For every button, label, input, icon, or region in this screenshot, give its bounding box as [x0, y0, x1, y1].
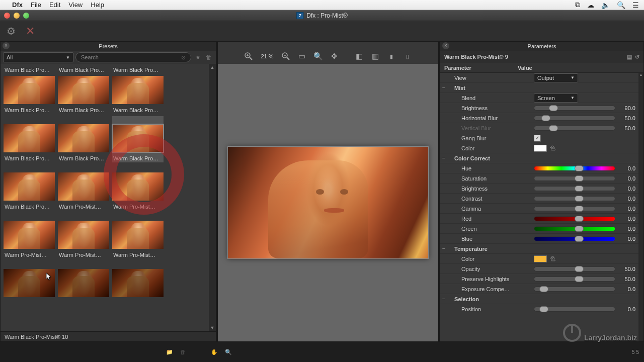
split-view-button[interactable]: ◧ — [353, 50, 365, 62]
preset-thumb[interactable]: Warm Pro-Mist… Warm Pro-Mist… — [58, 213, 109, 259]
expand-toggle[interactable]: − — [440, 155, 447, 161]
param-checkbox[interactable]: ✓ — [534, 135, 541, 142]
close-window-button[interactable] — [4, 13, 10, 19]
minimize-window-button[interactable] — [14, 13, 20, 19]
close-pane-button[interactable]: × — [3, 42, 10, 49]
color-swatch[interactable] — [534, 145, 547, 152]
eyedropper-icon[interactable]: ⾊ — [550, 255, 555, 262]
volume-icon[interactable]: 🔈 — [601, 1, 610, 9]
preset-thumb[interactable]: Warm Pro-Mist… Warm Pro-Mist… — [112, 213, 164, 259]
menu-view[interactable]: View — [68, 1, 83, 9]
preset-thumb[interactable] — [4, 261, 55, 307]
param-slider[interactable] — [534, 126, 615, 131]
search-icon[interactable]: 🔍 — [225, 349, 232, 355]
param-scrollbar[interactable]: ▲ — [638, 73, 643, 341]
param-slider[interactable] — [534, 186, 615, 191]
preset-grid[interactable]: Warm Black Pro… Warm Black Pro…Warm Blac… — [1, 64, 216, 331]
param-value[interactable]: 50.0 — [618, 276, 635, 282]
param-slider[interactable] — [534, 216, 615, 221]
zoom-out-button[interactable] — [280, 50, 292, 62]
preset-thumb[interactable] — [58, 261, 109, 307]
pan-tool-button[interactable]: ✥ — [328, 50, 340, 62]
preset-category-select[interactable]: All ▼ — [3, 52, 73, 62]
color-swatch[interactable] — [534, 255, 547, 262]
param-value[interactable]: 0.0 — [618, 216, 635, 222]
close-params-button[interactable]: × — [442, 42, 449, 49]
preset-scrollbar[interactable]: ▲ ▼ — [209, 64, 216, 331]
param-value[interactable]: 0.0 — [618, 186, 635, 192]
param-value[interactable]: 0.0 — [618, 306, 635, 312]
preset-thumb[interactable]: Warm Pro-Mist… Warm Pro-Mist… — [112, 164, 164, 211]
viewer-canvas[interactable] — [218, 64, 438, 341]
preset-thumb[interactable]: Warm Pro-Mist… Warm Pro-Mist… — [4, 213, 55, 259]
param-value[interactable]: 50.0 — [618, 115, 635, 121]
zoom-in-button[interactable] — [243, 50, 255, 62]
param-select[interactable]: Screen▼ — [534, 94, 578, 103]
compare-button[interactable]: ▯ — [401, 50, 414, 62]
trash-button[interactable]: 🗑 — [204, 53, 213, 62]
param-slider[interactable] — [534, 277, 615, 282]
preset-thumb[interactable]: Warm Black Pro… Warm Black Pro… — [58, 66, 109, 114]
preset-thumb[interactable] — [112, 261, 164, 307]
param-slider[interactable] — [534, 206, 615, 211]
param-value[interactable]: 0.0 — [618, 236, 635, 242]
cloud-icon[interactable]: ☁ — [587, 1, 594, 9]
menu-file[interactable]: File — [31, 1, 41, 9]
preset-thumb[interactable]: Warm Black Pro… Warm Black Pro… — [4, 66, 55, 114]
list-icon[interactable]: ☰ — [632, 1, 639, 9]
close-effect-button[interactable]: ✕ — [23, 24, 37, 38]
spotlight-icon[interactable]: 🔍 — [617, 1, 625, 9]
preset-search-input[interactable]: Search ⊘ — [75, 52, 191, 62]
param-value[interactable]: 0.0 — [618, 196, 635, 202]
zoom-tool-button[interactable]: 🔍 — [312, 50, 324, 62]
preset-thumb[interactable]: Warm Black Pro… Warm Black Pro… — [58, 116, 109, 162]
preset-thumb[interactable]: Warm Black Pro… Warm Black Pro… — [112, 116, 164, 162]
param-value[interactable]: 0.0 — [618, 206, 635, 212]
app-menu[interactable]: Dfx — [12, 1, 23, 9]
param-value[interactable]: 50.0 — [618, 266, 635, 272]
param-value[interactable]: 50.0 — [618, 125, 635, 131]
zoom-window-button[interactable] — [23, 13, 29, 19]
eyedropper-icon[interactable]: ⾊ — [550, 144, 555, 152]
scroll-down-icon[interactable]: ▼ — [209, 324, 216, 331]
param-slider[interactable] — [534, 116, 615, 121]
scroll-up-icon[interactable]: ▲ — [209, 64, 216, 71]
menu-edit[interactable]: Edit — [49, 1, 60, 9]
split-view-alt-button[interactable]: ▥ — [369, 50, 381, 62]
param-slider[interactable] — [534, 226, 615, 231]
param-value[interactable]: 0.0 — [618, 286, 635, 292]
expand-toggle[interactable]: − — [440, 85, 447, 90]
clear-search-icon[interactable]: ⊘ — [181, 54, 186, 61]
folder-icon[interactable]: 📁 — [166, 349, 173, 355]
hand-icon[interactable]: ✋ — [211, 349, 218, 355]
preset-thumb[interactable]: Warm Black Pro… Warm Black Pro… — [4, 116, 55, 162]
reset-preset-icon[interactable]: ↺ — [635, 54, 639, 60]
expand-toggle[interactable]: − — [440, 246, 447, 251]
param-select[interactable]: Output▼ — [534, 73, 578, 82]
favorite-star-button[interactable]: ★ — [193, 53, 202, 62]
param-slider[interactable] — [534, 266, 615, 272]
fit-button[interactable]: ▭ — [296, 50, 308, 62]
zoom-level-label[interactable]: 21 % — [259, 53, 276, 59]
param-value[interactable]: 90.0 — [618, 105, 635, 111]
param-slider[interactable] — [534, 307, 615, 312]
settings-gear-button[interactable]: ⚙ — [4, 24, 18, 38]
save-preset-icon[interactable]: ▤ — [627, 54, 632, 60]
screencast-icon[interactable]: ⧉ — [575, 1, 580, 9]
param-value[interactable]: 0.0 — [618, 165, 635, 171]
param-slider[interactable] — [534, 196, 615, 201]
single-view-button[interactable]: ▮ — [385, 50, 397, 62]
preset-thumb[interactable]: Warm Black Pro… Warm Black Pro… — [4, 164, 55, 211]
param-value[interactable]: 0.0 — [618, 226, 635, 232]
param-slider[interactable] — [534, 236, 615, 241]
param-slider[interactable] — [534, 166, 615, 171]
param-slider[interactable] — [534, 176, 615, 181]
param-value[interactable]: 0.0 — [618, 175, 635, 182]
param-slider[interactable] — [534, 287, 615, 292]
menu-help[interactable]: Help — [91, 1, 104, 9]
trash-icon[interactable]: 🗑 — [180, 349, 186, 355]
param-slider[interactable] — [534, 106, 615, 111]
preset-thumb[interactable]: Warm Black Pro… Warm Black Pro… — [112, 66, 164, 114]
expand-toggle[interactable]: − — [440, 296, 447, 302]
parameter-list[interactable]: ▲ ViewOutput▼−MistBlendScreen▼Brightness… — [440, 73, 643, 341]
